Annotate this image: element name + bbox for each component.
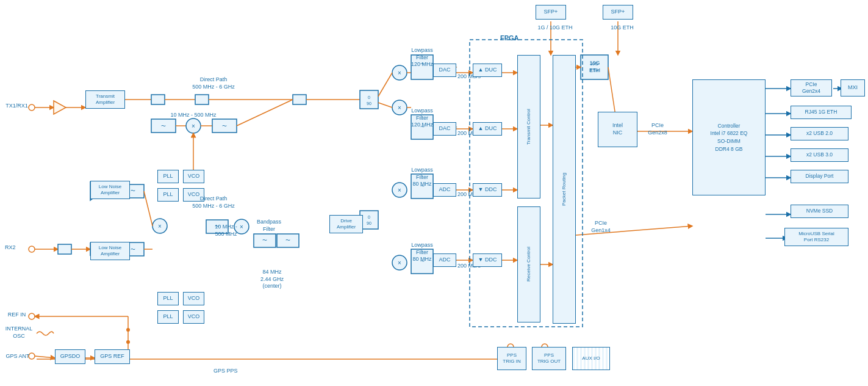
svg-rect-21 [360,90,378,109]
receive-control-block: Receive Control [517,206,540,322]
pcie-gen2x8-label: PCIeGen2x8 [639,122,676,136]
svg-point-24 [392,65,407,80]
svg-rect-7 [195,95,209,104]
eth-10g-label: 10G ETH [604,24,640,32]
svg-text:×: × [398,104,401,111]
svg-text:〜: 〜 [262,238,267,243]
svg-text:×: × [158,223,162,230]
freq-84-244-label: 84 MHz2.44 GHz(center) [251,269,293,290]
svg-point-110 [126,340,130,344]
lna1-block: Low NoiseAmplifier [90,181,130,199]
svg-line-19 [237,100,293,126]
pps-trig-in-block: PPSTRIG IN [497,347,526,370]
svg-point-69 [392,183,407,197]
internal-osc-label: INTERNALOSC [3,326,35,340]
gps-ref-block: GPS REF [95,349,130,364]
svg-marker-2 [54,101,66,114]
adc2-block: ADC [433,253,456,267]
dac1-block: DAC [433,64,456,77]
svg-point-109 [126,328,130,332]
pps-trig-out-block: PPSTRIG OUT [532,347,566,370]
svg-point-54 [152,219,167,233]
usb20-box: x2 USB 2.0 [791,127,848,140]
freq-10-500-bot-label: 10 MHz -500 MHz [206,224,246,238]
dac2-block: DAC [433,122,456,136]
svg-text:0: 0 [368,215,370,219]
pcie-box: PCIeGen2x4 [791,79,832,96]
svg-point-71 [392,255,407,270]
fpga-label: FPGA [500,34,519,42]
direct-path-bot-label: Direct Path500 MHz - 6 GHz [177,195,250,209]
svg-text:×: × [192,123,195,129]
lp-filter-80-1-label: LowpassFilter80 MHz [410,167,434,188]
lp-filter-80-2-label: LowpassFilter80 MHz [410,242,434,263]
usb30-box: x2 USB 3.0 [791,148,848,162]
duc2-block: ▲ DUC [473,122,502,136]
gpsdo-block: GPSDO [55,349,85,364]
svg-text:90: 90 [367,221,371,225]
svg-text:×: × [398,70,401,76]
freq-10-500-top-label: 10 MHz - 500 MHz [154,112,233,119]
svg-point-14 [186,118,201,133]
svg-point-42 [29,246,35,252]
svg-text:〜: 〜 [285,238,290,243]
pcie-gen1x4-label: PCIeGen1x4 [579,220,622,234]
vco1-block: VCO [183,170,204,183]
svg-text:×: × [398,260,401,266]
lna2-block: Low NoiseAmplifier [90,242,130,260]
svg-text:〜: 〜 [222,123,227,129]
sfp1-block: SFP+ [536,5,566,20]
pll4-block: PLL [157,310,179,324]
svg-rect-11 [151,119,176,133]
transmit-amplifier-block: TransmitAmplifier [85,90,125,109]
svg-rect-44 [58,244,71,254]
pll1-block: PLL [157,170,179,183]
display-port-box: Display Port [791,170,848,183]
gps-ant-label: GPS ANT [3,353,32,360]
duc1-block: ▲ DUC [473,64,502,77]
microusb-box: MicroUSB SerialPort RS232 [784,228,848,246]
ref-in-label: REF IN [3,311,30,319]
direct-path-top-label: Direct Path500 MHz - 6 GHz [177,76,250,90]
gps-pps-label: GPS PPS [213,368,238,375]
bandpass-label: BandpassFilter [254,219,284,233]
svg-rect-5 [151,95,165,104]
svg-text:〜: 〜 [131,188,135,194]
svg-rect-9 [293,95,306,104]
eth-1g-10g-label: 1G / 10G ETH [531,24,579,32]
transmit-control-block: Transmit Control [517,55,540,198]
adc1-block: ADC [433,183,456,197]
drive-amplifier-block: DriveAmplifier [329,215,363,233]
svg-text:0: 0 [368,95,370,100]
controller-block: ControllerIntel i7 6822 EQSO-DIMMDDR4 8 … [692,79,766,195]
packet-routing-block: Packet Routing [553,55,576,324]
sfp2-block: SFP+ [603,5,633,20]
rx2-label: RX2 [5,244,16,252]
svg-text:×: × [398,187,401,194]
pll3-block: PLL [157,292,179,305]
svg-rect-64 [277,234,299,247]
vco3-block: VCO [183,292,204,305]
svg-text:〜: 〜 [161,123,166,129]
intel-nic-block: IntelNIC [598,112,637,147]
svg-line-26 [378,73,392,96]
ddc2-block: ▼ DDC [473,253,502,267]
ddc1-block: ▼ DDC [473,183,502,197]
nvme-box: NVMe SSD [791,205,848,218]
tx-rx1-label: TX1/RX1 [3,103,30,110]
lp-filter-120-1-label: LowpassFilter120 MHz [410,47,434,68]
lp-filter-120-2-label: LowpassFilter120 MHz [410,107,434,129]
vco4-block: VCO [183,310,204,324]
rj45-box: RJ45 1G ETH [791,106,852,119]
svg-text:90: 90 [367,101,371,106]
aux-io-block: AUX I/O [572,347,610,370]
svg-line-107 [35,356,55,358]
mxi-box: MXI [841,79,865,96]
svg-rect-58 [254,234,276,247]
svg-line-29 [378,103,392,107]
svg-text:〜: 〜 [131,247,135,252]
svg-rect-17 [212,119,237,133]
eth-10g-nic-label: 10GETH [583,60,607,74]
pll2-block: PLL [157,188,179,202]
block-diagram: 〜 × 〜 0 90 × × 〜 [0,0,868,386]
